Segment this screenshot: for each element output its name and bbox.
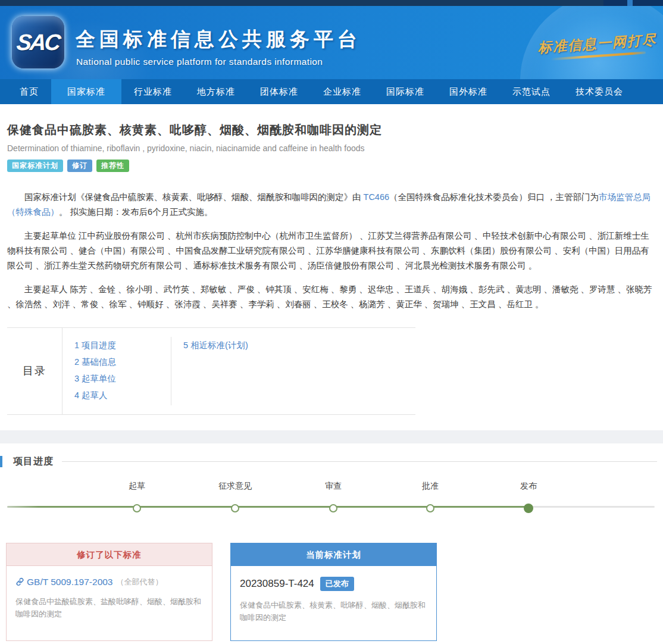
sac-logo[interactable]: SAC — [12, 16, 64, 68]
site-title: 全国标准信息公共服务平台 — [76, 26, 361, 53]
top-tab-left[interactable] — [603, 0, 627, 6]
nav-item-industry-standards[interactable]: 行业标准 — [121, 79, 184, 104]
nav-item-label: 团体标准 — [260, 86, 298, 96]
nav-item-label: 地方标准 — [197, 86, 235, 96]
stage-node-filled — [524, 504, 533, 513]
sac-logo-text: SAC — [15, 30, 61, 55]
toc-column-1: 1 项目进度 2 基础信息 3 起草单位 4 起草人 — [62, 337, 171, 405]
nav-item-group-standards[interactable]: 团体标准 — [248, 79, 311, 104]
stage-node — [231, 504, 239, 512]
text-segment: 国家标准计划《保健食品中硫胺素、核黄素、吡哆醇、烟酸、烟酰胺和咖啡因的测定》由 — [24, 192, 364, 202]
current-card-header: 当前标准计划 — [231, 543, 436, 566]
standard-detail-section: 保健食品中硫胺素、核黄素、吡哆醇、烟酸、烟酰胺和咖啡因的测定 Determina… — [0, 122, 663, 430]
stage-label: 起草 — [129, 481, 145, 492]
badge-national-standard-plan: 国家标准计划 — [7, 160, 63, 172]
section-separator — [0, 430, 663, 443]
page-title-english: Determination of thiamine, riboflavin , … — [7, 143, 656, 153]
nav-item-national-standards[interactable]: 国家标准 — [51, 79, 121, 104]
revised-standard-card: 修订了以下标准 GB/T 5009.197-2003 （全部代替） 保健食品中盐… — [6, 543, 212, 642]
nav-item-label: 示范试点 — [512, 86, 551, 96]
stage-label: 批准 — [422, 481, 439, 492]
stage-review: 审查 — [325, 481, 342, 512]
top-tab-gap — [627, 0, 633, 6]
toc-label: 目录 — [7, 328, 62, 414]
current-plan-row: 20230859-T-424 已发布 — [240, 577, 427, 591]
revised-standard-description: 保健食品中盐酸硫胺素、盐酸吡哆醇、烟酸、烟酰胺和咖啡因的测定 — [15, 595, 203, 621]
nav-item-enterprise-standards[interactable]: 企业标准 — [311, 79, 374, 104]
link-icon — [15, 577, 24, 586]
table-of-contents: 目录 1 项目进度 2 基础信息 3 起草单位 4 起草人 5 相近标准(计划) — [7, 327, 415, 415]
paragraph-overview: 国家标准计划《保健食品中硫胺素、核黄素、吡哆醇、烟酸、烟酰胺和咖啡因的测定》由 … — [7, 190, 656, 220]
stage-node — [426, 504, 434, 512]
stage-approval: 批准 — [422, 481, 439, 512]
nav-item-local-standards[interactable]: 地方标准 — [184, 79, 248, 104]
current-plan-description: 保健食品中硫胺素、核黄素、吡哆醇、烟酸、烟酰胺和咖啡因的测定 — [240, 599, 427, 624]
text-segment: 。 拟实施日期：发布后6个月正式实施。 — [59, 207, 213, 217]
top-tab-right[interactable] — [633, 0, 663, 6]
toc-link-similar-standards[interactable]: 5 相近标准(计划) — [183, 337, 415, 354]
stage-soliciting-opinions: 征求意见 — [218, 481, 252, 512]
text-segment: （全国特殊食品标准化技术委员会）归口 ，主管部门为 — [389, 192, 599, 202]
toc-column-2: 5 相近标准(计划) — [171, 337, 415, 405]
nav-item-label: 国际标准 — [386, 86, 424, 96]
nav-item-label: 国家标准 — [67, 86, 105, 96]
top-strip — [0, 0, 663, 6]
replaced-standard-link[interactable]: GB/T 5009.197-2003 — [27, 577, 113, 587]
plan-code: 20230859-T-424 — [240, 578, 314, 590]
nav-item-home[interactable]: 首页 — [7, 79, 51, 104]
stage-drafting: 起草 — [129, 481, 145, 512]
toc-link-basic-info[interactable]: 2 基础信息 — [74, 354, 171, 370]
page-title: 保健食品中硫胺素、核黄素、吡哆醇、烟酸、烟酰胺和咖啡因的测定 — [7, 122, 656, 138]
nav-item-technical-committee[interactable]: 技术委员会 — [563, 79, 636, 104]
toc-link-drafters[interactable]: 4 起草人 — [74, 387, 171, 404]
replace-note: （全部代替） — [117, 577, 163, 587]
toc-link-drafting-units[interactable]: 3 起草单位 — [74, 370, 171, 387]
stage-label: 征求意见 — [218, 481, 252, 492]
stage-label: 发布 — [520, 481, 537, 492]
progress-section-title: 项目进度 — [13, 455, 54, 468]
nav-item-label: 国外标准 — [449, 86, 487, 96]
nav-item-label: 技术委员会 — [576, 86, 623, 96]
project-progress-section: 项目进度 起草 征求意见 审查 批准 发布 修订了以下标准 — [0, 455, 663, 644]
nav-item-foreign-standards[interactable]: 国外标准 — [437, 79, 500, 104]
section-divider-line — [62, 461, 657, 462]
stage-node — [133, 504, 141, 512]
stage-label: 审查 — [325, 481, 342, 492]
timeline-progress-line — [7, 506, 528, 508]
toc-columns: 1 项目进度 2 基础信息 3 起草单位 4 起草人 5 相近标准(计划) — [62, 328, 415, 414]
badge-revision: 修订 — [67, 160, 92, 172]
nav-item-pilot-demo[interactable]: 示范试点 — [500, 79, 563, 104]
progress-timeline: 起草 征求意见 审查 批准 发布 — [0, 480, 663, 523]
tc466-link[interactable]: TC466 — [364, 192, 390, 202]
stage-published: 发布 — [520, 481, 537, 513]
stage-node — [329, 504, 337, 512]
nav-item-label: 企业标准 — [323, 86, 361, 96]
status-badge: 已发布 — [320, 577, 354, 591]
current-plan-card: 当前标准计划 20230859-T-424 已发布 保健食品中硫胺素、核黄素、吡… — [230, 543, 437, 642]
nav-item-label: 行业标准 — [134, 86, 172, 96]
badges-row: 国家标准计划 修订 推荐性 — [7, 160, 656, 172]
paragraph-drafting-units: 主要起草单位 江中药业股份有限公司 、杭州市疾病预防控制中心（杭州市卫生监督所）… — [7, 229, 656, 273]
progress-section-header: 项目进度 — [0, 455, 663, 468]
toc-link-project-progress[interactable]: 1 项目进度 — [74, 337, 171, 354]
current-card-body: 20230859-T-424 已发布 保健食品中硫胺素、核黄素、吡哆醇、烟酸、烟… — [231, 566, 436, 641]
revised-standard-row: GB/T 5009.197-2003 （全部代替） — [15, 577, 203, 587]
progress-cards: 修订了以下标准 GB/T 5009.197-2003 （全部代替） 保健食品中盐… — [0, 543, 663, 644]
site-subtitle: National public service platform for sta… — [76, 57, 323, 67]
site-banner: SAC 全国标准信息公共服务平台 National public service… — [0, 6, 663, 79]
summary-paragraphs: 国家标准计划《保健食品中硫胺素、核黄素、吡哆醇、烟酸、烟酰胺和咖啡因的测定》由 … — [7, 190, 656, 312]
section-accent-bar — [0, 456, 2, 467]
nav-item-label: 首页 — [20, 86, 39, 96]
main-nav: 首页 国家标准 行业标准 地方标准 团体标准 企业标准 国际标准 国外标准 示范… — [0, 79, 663, 104]
revised-card-body: GB/T 5009.197-2003 （全部代替） 保健食品中盐酸硫胺素、盐酸吡… — [7, 566, 212, 637]
revised-card-header: 修订了以下标准 — [7, 543, 212, 566]
nav-item-international-standards[interactable]: 国际标准 — [374, 79, 437, 104]
badge-recommended: 推荐性 — [96, 160, 129, 172]
paragraph-drafters: 主要起草人 陈芳 、金铨 、徐小明 、武竹英 、郑敏敏 、严俊 、钟其顶 、安红… — [7, 282, 656, 312]
